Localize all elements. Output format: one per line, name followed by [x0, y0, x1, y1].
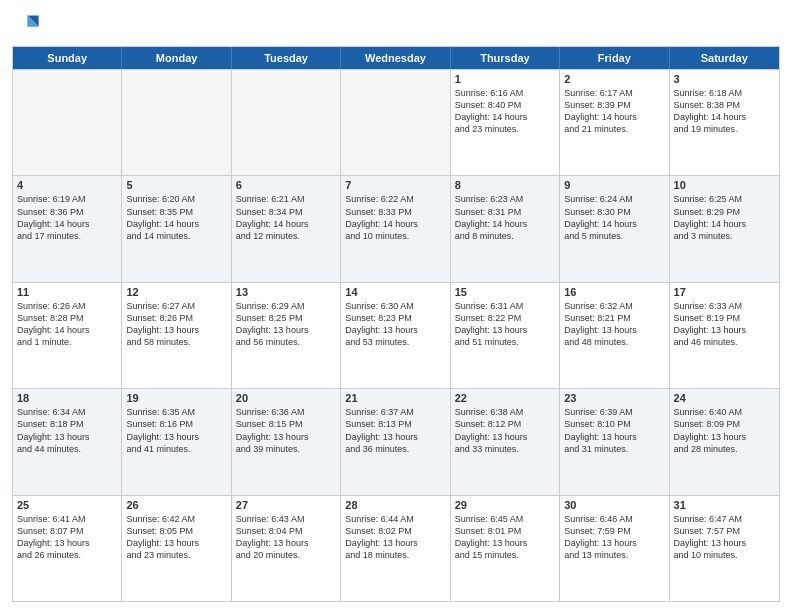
day-info: Sunrise: 6:39 AM Sunset: 8:10 PM Dayligh… [564, 406, 664, 455]
calendar-cell: 12Sunrise: 6:27 AM Sunset: 8:26 PM Dayli… [122, 283, 231, 388]
calendar-cell: 17Sunrise: 6:33 AM Sunset: 8:19 PM Dayli… [670, 283, 779, 388]
calendar-cell: 30Sunrise: 6:46 AM Sunset: 7:59 PM Dayli… [560, 496, 669, 601]
day-number: 25 [17, 499, 117, 511]
calendar-cell: 11Sunrise: 6:26 AM Sunset: 8:28 PM Dayli… [13, 283, 122, 388]
calendar-cell: 28Sunrise: 6:44 AM Sunset: 8:02 PM Dayli… [341, 496, 450, 601]
calendar-cell [341, 70, 450, 175]
calendar-row-5: 25Sunrise: 6:41 AM Sunset: 8:07 PM Dayli… [13, 495, 779, 601]
calendar-cell: 3Sunrise: 6:18 AM Sunset: 8:38 PM Daylig… [670, 70, 779, 175]
day-number: 1 [455, 73, 555, 85]
weekday-header-friday: Friday [560, 47, 669, 69]
day-info: Sunrise: 6:26 AM Sunset: 8:28 PM Dayligh… [17, 300, 117, 349]
day-number: 26 [126, 499, 226, 511]
weekday-header-sunday: Sunday [13, 47, 122, 69]
calendar-body: 1Sunrise: 6:16 AM Sunset: 8:40 PM Daylig… [13, 69, 779, 601]
page-container: SundayMondayTuesdayWednesdayThursdayFrid… [0, 0, 792, 612]
day-number: 14 [345, 286, 445, 298]
calendar-cell: 8Sunrise: 6:23 AM Sunset: 8:31 PM Daylig… [451, 176, 560, 281]
day-number: 31 [674, 499, 775, 511]
calendar-row-3: 11Sunrise: 6:26 AM Sunset: 8:28 PM Dayli… [13, 282, 779, 388]
calendar-row-2: 4Sunrise: 6:19 AM Sunset: 8:36 PM Daylig… [13, 175, 779, 281]
day-number: 10 [674, 179, 775, 191]
day-number: 21 [345, 392, 445, 404]
calendar-cell: 6Sunrise: 6:21 AM Sunset: 8:34 PM Daylig… [232, 176, 341, 281]
day-number: 24 [674, 392, 775, 404]
day-number: 17 [674, 286, 775, 298]
day-info: Sunrise: 6:20 AM Sunset: 8:35 PM Dayligh… [126, 193, 226, 242]
calendar-cell: 9Sunrise: 6:24 AM Sunset: 8:30 PM Daylig… [560, 176, 669, 281]
calendar-cell: 22Sunrise: 6:38 AM Sunset: 8:12 PM Dayli… [451, 389, 560, 494]
day-info: Sunrise: 6:32 AM Sunset: 8:21 PM Dayligh… [564, 300, 664, 349]
day-info: Sunrise: 6:24 AM Sunset: 8:30 PM Dayligh… [564, 193, 664, 242]
day-info: Sunrise: 6:35 AM Sunset: 8:16 PM Dayligh… [126, 406, 226, 455]
calendar: SundayMondayTuesdayWednesdayThursdayFrid… [12, 46, 780, 602]
day-info: Sunrise: 6:42 AM Sunset: 8:05 PM Dayligh… [126, 513, 226, 562]
day-info: Sunrise: 6:16 AM Sunset: 8:40 PM Dayligh… [455, 87, 555, 136]
calendar-cell: 4Sunrise: 6:19 AM Sunset: 8:36 PM Daylig… [13, 176, 122, 281]
calendar-cell: 27Sunrise: 6:43 AM Sunset: 8:04 PM Dayli… [232, 496, 341, 601]
day-number: 23 [564, 392, 664, 404]
day-info: Sunrise: 6:43 AM Sunset: 8:04 PM Dayligh… [236, 513, 336, 562]
day-number: 12 [126, 286, 226, 298]
day-number: 19 [126, 392, 226, 404]
day-info: Sunrise: 6:34 AM Sunset: 8:18 PM Dayligh… [17, 406, 117, 455]
logo [12, 10, 44, 38]
calendar-cell: 25Sunrise: 6:41 AM Sunset: 8:07 PM Dayli… [13, 496, 122, 601]
day-number: 30 [564, 499, 664, 511]
calendar-cell: 29Sunrise: 6:45 AM Sunset: 8:01 PM Dayli… [451, 496, 560, 601]
calendar-cell: 15Sunrise: 6:31 AM Sunset: 8:22 PM Dayli… [451, 283, 560, 388]
weekday-header-monday: Monday [122, 47, 231, 69]
calendar-header: SundayMondayTuesdayWednesdayThursdayFrid… [13, 47, 779, 69]
calendar-cell: 16Sunrise: 6:32 AM Sunset: 8:21 PM Dayli… [560, 283, 669, 388]
calendar-cell: 2Sunrise: 6:17 AM Sunset: 8:39 PM Daylig… [560, 70, 669, 175]
calendar-row-1: 1Sunrise: 6:16 AM Sunset: 8:40 PM Daylig… [13, 69, 779, 175]
day-info: Sunrise: 6:25 AM Sunset: 8:29 PM Dayligh… [674, 193, 775, 242]
day-number: 5 [126, 179, 226, 191]
day-number: 6 [236, 179, 336, 191]
weekday-header-thursday: Thursday [451, 47, 560, 69]
calendar-cell: 20Sunrise: 6:36 AM Sunset: 8:15 PM Dayli… [232, 389, 341, 494]
calendar-cell: 21Sunrise: 6:37 AM Sunset: 8:13 PM Dayli… [341, 389, 450, 494]
day-info: Sunrise: 6:30 AM Sunset: 8:23 PM Dayligh… [345, 300, 445, 349]
day-info: Sunrise: 6:31 AM Sunset: 8:22 PM Dayligh… [455, 300, 555, 349]
day-info: Sunrise: 6:23 AM Sunset: 8:31 PM Dayligh… [455, 193, 555, 242]
calendar-cell: 13Sunrise: 6:29 AM Sunset: 8:25 PM Dayli… [232, 283, 341, 388]
day-info: Sunrise: 6:38 AM Sunset: 8:12 PM Dayligh… [455, 406, 555, 455]
calendar-cell: 26Sunrise: 6:42 AM Sunset: 8:05 PM Dayli… [122, 496, 231, 601]
calendar-cell [13, 70, 122, 175]
day-number: 22 [455, 392, 555, 404]
day-number: 8 [455, 179, 555, 191]
day-info: Sunrise: 6:17 AM Sunset: 8:39 PM Dayligh… [564, 87, 664, 136]
calendar-cell: 10Sunrise: 6:25 AM Sunset: 8:29 PM Dayli… [670, 176, 779, 281]
weekday-header-tuesday: Tuesday [232, 47, 341, 69]
calendar-cell: 23Sunrise: 6:39 AM Sunset: 8:10 PM Dayli… [560, 389, 669, 494]
header [12, 10, 780, 38]
day-number: 4 [17, 179, 117, 191]
day-number: 2 [564, 73, 664, 85]
day-number: 28 [345, 499, 445, 511]
day-info: Sunrise: 6:27 AM Sunset: 8:26 PM Dayligh… [126, 300, 226, 349]
day-number: 7 [345, 179, 445, 191]
calendar-cell: 7Sunrise: 6:22 AM Sunset: 8:33 PM Daylig… [341, 176, 450, 281]
calendar-cell: 1Sunrise: 6:16 AM Sunset: 8:40 PM Daylig… [451, 70, 560, 175]
day-info: Sunrise: 6:40 AM Sunset: 8:09 PM Dayligh… [674, 406, 775, 455]
calendar-cell: 19Sunrise: 6:35 AM Sunset: 8:16 PM Dayli… [122, 389, 231, 494]
day-info: Sunrise: 6:22 AM Sunset: 8:33 PM Dayligh… [345, 193, 445, 242]
calendar-cell: 18Sunrise: 6:34 AM Sunset: 8:18 PM Dayli… [13, 389, 122, 494]
day-number: 20 [236, 392, 336, 404]
day-info: Sunrise: 6:46 AM Sunset: 7:59 PM Dayligh… [564, 513, 664, 562]
weekday-header-wednesday: Wednesday [341, 47, 450, 69]
day-info: Sunrise: 6:41 AM Sunset: 8:07 PM Dayligh… [17, 513, 117, 562]
logo-icon [12, 10, 40, 38]
day-number: 29 [455, 499, 555, 511]
day-info: Sunrise: 6:18 AM Sunset: 8:38 PM Dayligh… [674, 87, 775, 136]
day-info: Sunrise: 6:29 AM Sunset: 8:25 PM Dayligh… [236, 300, 336, 349]
calendar-cell: 5Sunrise: 6:20 AM Sunset: 8:35 PM Daylig… [122, 176, 231, 281]
calendar-cell: 24Sunrise: 6:40 AM Sunset: 8:09 PM Dayli… [670, 389, 779, 494]
day-number: 11 [17, 286, 117, 298]
day-info: Sunrise: 6:45 AM Sunset: 8:01 PM Dayligh… [455, 513, 555, 562]
calendar-cell [232, 70, 341, 175]
day-number: 9 [564, 179, 664, 191]
day-number: 3 [674, 73, 775, 85]
day-info: Sunrise: 6:19 AM Sunset: 8:36 PM Dayligh… [17, 193, 117, 242]
